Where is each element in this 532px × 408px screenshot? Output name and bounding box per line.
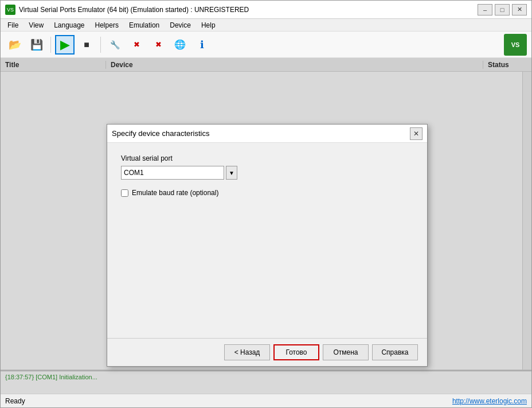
port-dropdown-arrow[interactable]: ▼	[226, 166, 237, 180]
stop-button[interactable]: ■	[77, 35, 96, 55]
status-text: Ready	[5, 397, 25, 405]
minimize-button[interactable]: –	[478, 4, 492, 15]
dialog-body: Virtual serial port COM1 COM2 COM3 COM4 …	[107, 143, 427, 338]
info-button[interactable]: ℹ	[192, 35, 212, 55]
help-button[interactable]: Справка	[372, 344, 418, 360]
baud-rate-label: Emulate baud rate (optional)	[132, 189, 218, 197]
dialog-title: Specify device characteristics	[112, 129, 210, 138]
finish-button[interactable]: Готово	[273, 344, 319, 360]
status-bar: Ready http://www.eterlogic.com	[1, 394, 531, 407]
toolbar-separator-2	[100, 37, 101, 53]
baud-rate-checkbox[interactable]	[121, 189, 128, 197]
checkbox-row: Emulate baud rate (optional)	[121, 189, 413, 197]
close-button[interactable]: ✕	[512, 4, 527, 15]
tool2-button[interactable]: ✖	[127, 35, 146, 55]
port-dropdown-row: COM1 COM2 COM3 COM4 COM5 ▼	[121, 166, 413, 180]
toolbar-separator-1	[50, 37, 51, 53]
back-button[interactable]: < Назад	[224, 344, 270, 360]
dialog: Specify device characteristics ✕ Virtual…	[107, 124, 428, 367]
app-icon: VS	[5, 5, 15, 15]
menu-language[interactable]: Language	[49, 20, 89, 30]
title-bar: VS Virtual Serial Ports Emulator (64 bit…	[1, 1, 531, 19]
menu-bar: File View Language Helpers Emulation Dev…	[1, 19, 531, 32]
main-window: VS Virtual Serial Ports Emulator (64 bit…	[0, 0, 532, 408]
menu-device[interactable]: Device	[165, 20, 195, 30]
app-logo: VS	[504, 34, 527, 56]
tool3-button[interactable]: ✖	[148, 35, 168, 55]
dialog-footer: < Назад Готово Отмена Справка	[107, 338, 427, 366]
toolbar: 📂 💾 ▶ ■ 🔧 ✖ ✖ 🌐 ℹ VS	[1, 32, 531, 58]
cancel-button[interactable]: Отмена	[323, 344, 369, 360]
tool1-button[interactable]: 🔧	[105, 35, 124, 55]
port-label: Virtual serial port	[121, 154, 413, 162]
menu-view[interactable]: View	[24, 20, 48, 30]
menu-emulation[interactable]: Emulation	[124, 20, 164, 30]
menu-help[interactable]: Help	[197, 20, 220, 30]
window-controls: – □ ✕	[478, 4, 527, 15]
port-select[interactable]: COM1 COM2 COM3 COM4 COM5	[121, 166, 224, 180]
globe-button[interactable]: 🌐	[170, 35, 190, 55]
menu-helpers[interactable]: Helpers	[91, 20, 123, 30]
dialog-title-bar: Specify device characteristics ✕	[107, 125, 427, 143]
play-button[interactable]: ▶	[55, 35, 75, 55]
save-button[interactable]: 💾	[27, 35, 46, 55]
dialog-close-button[interactable]: ✕	[410, 127, 423, 140]
status-link[interactable]: http://www.eterlogic.com	[452, 397, 527, 405]
title-bar-text: Virtual Serial Ports Emulator (64 bit) (…	[19, 6, 474, 14]
content-area: Title Device Status {18:37:57} [COM1] In…	[1, 58, 531, 394]
open-button[interactable]: 📂	[5, 35, 25, 55]
menu-file[interactable]: File	[3, 20, 23, 30]
maximize-button[interactable]: □	[495, 4, 510, 15]
